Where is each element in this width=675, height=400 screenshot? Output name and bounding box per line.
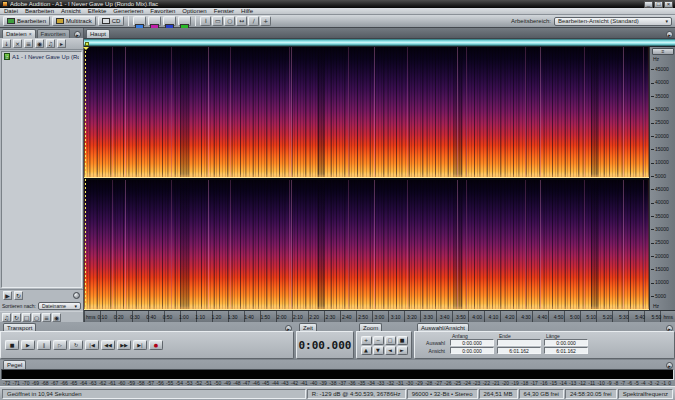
edit-view-button[interactable]: Bearbeiten bbox=[3, 16, 50, 26]
time-ruler[interactable]: hms 0:100:200:300:400:501:001:101:201:30… bbox=[84, 310, 675, 322]
time-ruler-unit: hms bbox=[86, 314, 95, 320]
menu-item[interactable]: Favoriten bbox=[150, 8, 175, 15]
show-audio-files-button[interactable]: ♫ bbox=[2, 313, 11, 322]
menu-item[interactable]: Bearbeiten bbox=[25, 8, 54, 15]
zoom-out-vertical-button[interactable]: ▼ bbox=[373, 346, 384, 355]
level-scale-label: -55 bbox=[166, 380, 173, 386]
show-options-button[interactable]: ▸ bbox=[57, 39, 66, 48]
time-ticks: 0:100:200:300:400:501:001:101:201:301:40… bbox=[95, 314, 663, 320]
move-tool-button[interactable]: + bbox=[260, 16, 271, 26]
insert-into-cd-button[interactable]: ◉ bbox=[35, 39, 44, 48]
preview-volume-knob[interactable] bbox=[73, 292, 80, 299]
close-file-button[interactable]: × bbox=[13, 39, 22, 48]
status-bar: Geöffnet in 10,94 Sekunden R: -129 dB @ … bbox=[0, 386, 675, 400]
end-field[interactable]: 6:01.162 bbox=[497, 347, 541, 354]
zoom-in-vertical-button[interactable]: ▲ bbox=[361, 346, 372, 355]
stop-button[interactable]: ■ bbox=[5, 340, 19, 350]
zoom-right-edge-button[interactable]: ► bbox=[397, 346, 408, 355]
level-scale-label: -71 bbox=[13, 380, 20, 386]
preview-loop-button[interactable]: ↻ bbox=[14, 291, 23, 300]
spectral-phase-display-button[interactable] bbox=[178, 16, 191, 26]
spectrogram-right-channel[interactable] bbox=[84, 180, 649, 311]
import-file-button[interactable]: ↓ bbox=[2, 39, 11, 48]
sort-dropdown[interactable]: Dateiname ▾ bbox=[38, 302, 81, 310]
zoom-left-edge-button[interactable]: ◄ bbox=[385, 346, 396, 355]
frequency-ruler[interactable]: ≡ Hz 45000400003500030000250002000015000… bbox=[649, 47, 675, 310]
close-icon[interactable]: × bbox=[29, 31, 32, 37]
menu-item[interactable]: Optionen bbox=[182, 8, 206, 15]
tab-dateien[interactable]: Dateien× bbox=[2, 29, 36, 38]
overview-cursor-marker[interactable] bbox=[85, 42, 89, 46]
record-button[interactable]: ● bbox=[149, 340, 163, 350]
zoom-to-selection-button[interactable]: □ bbox=[385, 336, 396, 345]
marquee-selection-tool-button[interactable]: ▭ bbox=[212, 16, 223, 26]
menu-item[interactable]: Fenster bbox=[214, 8, 234, 15]
start-field[interactable]: 0:00.000 bbox=[450, 347, 494, 354]
spectral-pan-display-button[interactable] bbox=[163, 16, 176, 26]
level-scale-label: -52 bbox=[195, 380, 202, 386]
overview-bar[interactable] bbox=[84, 38, 675, 47]
chevron-down-icon: ▾ bbox=[74, 303, 77, 309]
multitrack-view-button[interactable]: Multitrack bbox=[52, 16, 96, 26]
show-session-files-button[interactable]: ≡ bbox=[42, 313, 51, 322]
workspace-value: Bearbeiten-Ansicht (Standard) bbox=[558, 18, 639, 24]
zoom-out-button[interactable]: − bbox=[373, 336, 384, 345]
tab-favoriten[interactable]: Favoriten bbox=[37, 29, 70, 38]
restore-button[interactable]: □ bbox=[654, 1, 663, 8]
level-scale-label: -37 bbox=[339, 380, 346, 386]
dock-row: Transport ▸ ■▶∥▷↻|◀◀◀▶▶▶|● Zeit 0:00.000… bbox=[0, 322, 675, 360]
show-midi-files-button[interactable]: ○ bbox=[32, 313, 41, 322]
play-button[interactable]: ▶ bbox=[21, 340, 35, 350]
close-button[interactable]: × bbox=[664, 1, 673, 8]
cd-view-button[interactable]: CD bbox=[98, 16, 125, 26]
time-tick-label: 5:20 bbox=[603, 314, 613, 320]
scrub-tool-button[interactable]: ↔ bbox=[236, 16, 247, 26]
file-list-item[interactable]: ♫ A1 - I Never Gave Up (Rondo M bbox=[2, 52, 81, 61]
rewind-button[interactable]: ◀◀ bbox=[101, 340, 115, 350]
pause-button[interactable]: ∥ bbox=[37, 340, 51, 350]
go-to-beginning-button[interactable]: |◀ bbox=[85, 340, 99, 350]
menu-item[interactable]: Hilfe bbox=[241, 8, 253, 15]
workspace-dropdown[interactable]: Bearbeiten-Ansicht (Standard) ▾ bbox=[554, 17, 672, 26]
menu-item[interactable]: Effekte bbox=[88, 8, 107, 15]
time-selection-tool-button[interactable]: I bbox=[200, 16, 211, 26]
play-looped-button[interactable]: ↻ bbox=[69, 340, 83, 350]
level-scale-label: -40 bbox=[310, 380, 317, 386]
ruler-menu-button[interactable]: ≡ bbox=[652, 48, 674, 55]
pencil-tool-button[interactable]: / bbox=[248, 16, 259, 26]
tab-pegel[interactable]: Pegel bbox=[3, 360, 26, 369]
level-meter[interactable] bbox=[1, 369, 674, 380]
panel-menu-button[interactable]: ▸ bbox=[666, 31, 673, 38]
start-field[interactable]: 0:00.000 bbox=[450, 339, 494, 346]
zoom-out-full-button[interactable]: ■ bbox=[397, 336, 408, 345]
length-field[interactable]: 0:00.000 bbox=[544, 339, 588, 346]
waveform-display-button[interactable] bbox=[133, 16, 146, 26]
end-field[interactable] bbox=[497, 339, 541, 346]
lasso-selection-tool-button[interactable]: ○ bbox=[224, 16, 235, 26]
length-field[interactable]: 6:01.162 bbox=[544, 347, 588, 354]
menu-item[interactable]: Ansicht bbox=[61, 8, 81, 15]
level-meter-scale: -72-71-70-69-68-67-66-65-64-63-62-61-60-… bbox=[0, 380, 675, 386]
play-from-cursor-button[interactable]: ▷ bbox=[53, 340, 67, 350]
level-scale-label: -29 bbox=[416, 380, 423, 386]
show-cd-files-button[interactable]: ◉ bbox=[52, 313, 61, 322]
spectral-frequency-display-button[interactable] bbox=[148, 16, 161, 26]
file-options-button[interactable]: ♫ bbox=[46, 39, 55, 48]
playhead-cursor[interactable] bbox=[85, 47, 86, 310]
minimize-button[interactable]: _ bbox=[644, 1, 653, 8]
spectral-display: ≡ Hz 45000400003500030000250002000015000… bbox=[84, 47, 675, 310]
menu-item[interactable]: Generieren bbox=[113, 8, 143, 15]
preview-play-button[interactable]: ▶ bbox=[3, 291, 12, 300]
show-loop-files-button[interactable]: ↻ bbox=[12, 313, 21, 322]
go-to-end-button[interactable]: ▶| bbox=[133, 340, 147, 350]
panel-menu-button[interactable]: ▸ bbox=[666, 362, 673, 369]
show-video-files-button[interactable]: □ bbox=[22, 313, 31, 322]
menu-item[interactable]: Datei bbox=[4, 8, 18, 15]
panel-menu-button[interactable]: ▸ bbox=[74, 31, 81, 38]
tab-haupt[interactable]: Haupt bbox=[86, 29, 110, 38]
files-tabstrip: Dateien× Favoriten ▸ bbox=[0, 28, 83, 38]
fast-forward-button[interactable]: ▶▶ bbox=[117, 340, 131, 350]
spectrogram-left-channel[interactable] bbox=[84, 47, 649, 178]
zoom-in-button[interactable]: + bbox=[361, 336, 372, 345]
insert-into-multitrack-button[interactable]: ≡ bbox=[24, 39, 33, 48]
